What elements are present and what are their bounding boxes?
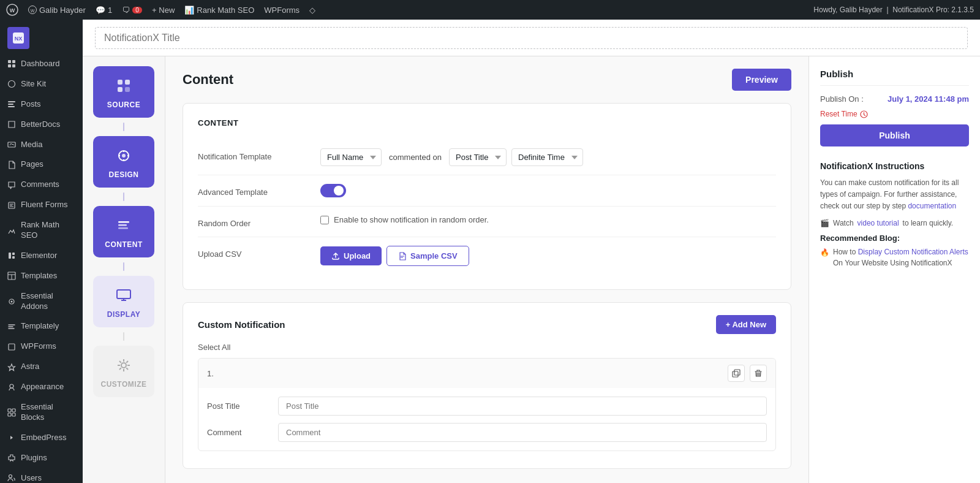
- step-source[interactable]: SOURCE: [93, 66, 154, 118]
- section-title: Content: [183, 72, 233, 88]
- sidebar-item-embedpress[interactable]: EmbedPress: [0, 428, 83, 448]
- step-display-label: DISPLAY: [107, 310, 140, 319]
- sidebar-item-elementor[interactable]: Elementor: [0, 246, 83, 266]
- svg-rect-14: [8, 142, 15, 147]
- sidebar-item-essential-blocks[interactable]: Essential Blocks: [0, 397, 83, 428]
- wpforms-bar-item[interactable]: WPForms: [264, 6, 300, 15]
- preview-button[interactable]: Preview: [732, 69, 791, 91]
- blog-link[interactable]: Display Custom Notification Alerts: [858, 248, 968, 256]
- sidebar-label-astra: Astra: [21, 362, 39, 372]
- sample-csv-button[interactable]: Sample CSV: [386, 246, 469, 266]
- full-name-select[interactable]: Full Name: [320, 148, 382, 166]
- content-section-title: CONTENT: [198, 118, 776, 127]
- svg-rect-38: [118, 87, 123, 92]
- wp-sidebar: NX Dashboard Site Kit Posts BetterDocs M…: [0, 20, 83, 483]
- random-order-checkbox[interactable]: [320, 216, 329, 224]
- comment-field: Comment: [207, 423, 767, 442]
- sidebar-item-posts[interactable]: Posts: [0, 94, 83, 115]
- sidebar-item-pages[interactable]: Pages: [0, 154, 83, 175]
- publish-section: Publish Publish On : July 1, 2024 11:48 …: [820, 69, 969, 146]
- upload-csv-row: Upload CSV Upload Sample CSV: [198, 237, 776, 275]
- site-name-bar-item[interactable]: W Galib Hayder: [28, 6, 86, 15]
- svg-rect-50: [733, 371, 738, 377]
- svg-rect-13: [8, 106, 15, 107]
- custom-notification-section: Custom Notification + Add New Select All…: [183, 302, 791, 469]
- design-icon: [113, 145, 135, 167]
- step-customize-label: CUSTOMIZE: [101, 380, 147, 389]
- customize-icon: [113, 354, 135, 376]
- sidebar-label-essential-blocks: Essential Blocks: [21, 402, 75, 423]
- sidebar-item-media[interactable]: Media: [0, 135, 83, 155]
- notification-item-1: 1. Post: [198, 358, 776, 451]
- wp-logo-button[interactable]: W: [6, 4, 18, 16]
- svg-point-28: [10, 384, 13, 388]
- post-title-field-input[interactable]: [278, 397, 767, 416]
- random-order-label: Random Order: [198, 215, 308, 228]
- step-customize[interactable]: CUSTOMIZE: [93, 346, 154, 397]
- publish-button[interactable]: Publish: [820, 124, 969, 146]
- sidebar-item-dashboard[interactable]: Dashboard: [0, 54, 83, 74]
- svg-point-46: [121, 363, 126, 368]
- post-title-input[interactable]: [95, 27, 968, 49]
- advanced-template-toggle[interactable]: [320, 184, 346, 197]
- video-tutorial-link[interactable]: video tutorial: [858, 219, 899, 227]
- blog-fire-icon: 🔥: [820, 247, 829, 258]
- svg-rect-29: [8, 409, 11, 412]
- post-title-field-label: Post Title: [207, 401, 268, 411]
- step-design[interactable]: DESIGN: [93, 136, 154, 188]
- svg-rect-45: [117, 290, 130, 299]
- publish-date-value: July 1, 2024 11:48 pm: [888, 94, 969, 104]
- reset-time-link[interactable]: Reset Time: [820, 110, 969, 118]
- definite-time-select[interactable]: Definite Time: [511, 148, 583, 166]
- sidebar-item-sitekit[interactable]: Site Kit: [0, 74, 83, 94]
- display-icon: [113, 284, 135, 306]
- advanced-template-control: [320, 184, 776, 197]
- sidebar-label-betterdocs: BetterDocs: [21, 120, 60, 130]
- delete-icon[interactable]: [750, 365, 767, 382]
- comment-zero-item[interactable]: 🗨 0: [122, 6, 142, 15]
- sidebar-item-betterdocs[interactable]: BetterDocs: [0, 115, 83, 135]
- commented-on-text: commented on: [386, 153, 444, 162]
- rank-math-bar-item[interactable]: 📊 Rank Math SEO: [184, 6, 254, 15]
- svg-rect-9: [12, 64, 15, 67]
- instructions-title: NotificationX Instructions: [820, 161, 969, 171]
- svg-rect-42: [118, 221, 129, 223]
- sidebar-item-rank-math-seo[interactable]: Rank Math SEO: [0, 215, 83, 246]
- step-content[interactable]: CONTENT: [93, 206, 154, 257]
- reset-time-icon: [860, 110, 868, 118]
- sidebar-item-comments[interactable]: Comments: [0, 175, 83, 195]
- step-connector-3: [123, 262, 124, 271]
- add-new-button[interactable]: + Add New: [716, 315, 776, 334]
- sidebar-item-templately[interactable]: Templately: [0, 316, 83, 337]
- content-section: CONTENT Notification Template Full Name …: [183, 103, 791, 290]
- diamond-bar-item[interactable]: ◇: [309, 6, 315, 15]
- editor-panel: Content Preview CONTENT Notification Tem…: [165, 56, 809, 483]
- step-display[interactable]: DISPLAY: [93, 276, 154, 327]
- sidebar-item-essential-addons[interactable]: Essential Addons: [0, 286, 83, 317]
- sidebar-item-plugins[interactable]: Plugins: [0, 448, 83, 468]
- sidebar-label-elementor: Elementor: [21, 251, 57, 261]
- post-title-select[interactable]: Post Title: [449, 148, 507, 166]
- notification-template-control: Full Name commented on Post Title Defini…: [320, 148, 776, 166]
- upload-button[interactable]: Upload: [320, 246, 382, 265]
- comments-bar-item[interactable]: 💬 1: [96, 6, 112, 15]
- sidebar-label-rank-math-seo: Rank Math SEO: [21, 220, 75, 241]
- sidebar-label-wpforms: WPForms: [21, 341, 56, 352]
- sidebar-item-fluent-forms[interactable]: Fluent Forms: [0, 195, 83, 215]
- sidebar-item-wpforms[interactable]: WPForms: [0, 337, 83, 357]
- step-sidebar: SOURCE DESIGN: [83, 56, 165, 483]
- copy-icon[interactable]: [728, 365, 745, 382]
- doc-link[interactable]: documentation: [908, 202, 956, 210]
- sidebar-item-templates[interactable]: Templates: [0, 266, 83, 286]
- sidebar-item-users[interactable]: Users: [0, 468, 83, 483]
- custom-notification-title: Custom Notification: [198, 319, 285, 330]
- svg-rect-32: [12, 413, 15, 416]
- select-all-label[interactable]: Select All: [198, 343, 776, 352]
- instructions-section: NotificationX Instructions You can make …: [820, 161, 969, 268]
- new-bar-item[interactable]: + New: [152, 6, 175, 15]
- comment-field-input[interactable]: [278, 423, 767, 442]
- sidebar-item-appearance[interactable]: Appearance: [0, 377, 83, 397]
- svg-point-10: [9, 81, 15, 88]
- publish-on-row: Publish On : July 1, 2024 11:48 pm: [820, 94, 969, 104]
- sidebar-item-astra[interactable]: Astra: [0, 357, 83, 377]
